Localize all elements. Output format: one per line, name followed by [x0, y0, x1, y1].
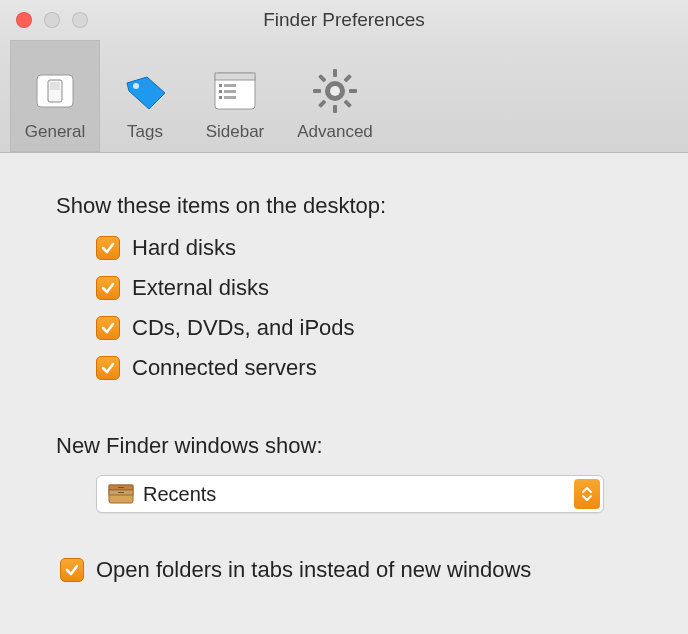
select-stepper-icon	[574, 479, 600, 509]
svg-rect-13	[333, 69, 337, 77]
new-windows-select[interactable]: Recents	[96, 475, 604, 513]
svg-rect-5	[215, 73, 255, 80]
checkbox-row-connected-servers[interactable]: Connected servers	[96, 355, 632, 381]
titlebar: Finder Preferences	[0, 0, 688, 40]
checkbox-label: CDs, DVDs, and iPods	[132, 315, 355, 341]
svg-rect-10	[219, 96, 222, 99]
checkbox-label: Hard disks	[132, 235, 236, 261]
desktop-items-list: Hard disks External disks CDs, DVDs, and…	[56, 235, 632, 381]
tag-icon	[121, 66, 169, 116]
zoom-button[interactable]	[72, 12, 88, 28]
checkbox-row-cds-dvds[interactable]: CDs, DVDs, and iPods	[96, 315, 632, 341]
switch-icon	[31, 66, 79, 116]
svg-rect-9	[224, 90, 236, 93]
close-button[interactable]	[16, 12, 32, 28]
checkbox-label: Open folders in tabs instead of new wind…	[96, 557, 531, 583]
tab-advanced-label: Advanced	[297, 122, 373, 142]
checkbox-label: Connected servers	[132, 355, 317, 381]
svg-rect-17	[343, 74, 351, 82]
new-windows-selected: Recents	[143, 483, 216, 506]
svg-rect-2	[50, 82, 60, 90]
checkbox-row-hard-disks[interactable]: Hard disks	[96, 235, 632, 261]
svg-rect-20	[343, 99, 351, 107]
svg-rect-15	[313, 89, 321, 93]
checkbox-open-in-tabs[interactable]	[60, 558, 84, 582]
checkbox-row-external-disks[interactable]: External disks	[96, 275, 632, 301]
svg-rect-25	[118, 487, 124, 488]
svg-rect-11	[224, 96, 236, 99]
sidebar-icon	[211, 66, 259, 116]
svg-rect-14	[333, 105, 337, 113]
svg-rect-19	[318, 74, 326, 82]
checkbox-row-open-in-tabs[interactable]: Open folders in tabs instead of new wind…	[56, 557, 632, 583]
tab-general[interactable]: General	[10, 40, 100, 152]
svg-rect-7	[224, 84, 236, 87]
tab-advanced[interactable]: Advanced	[280, 40, 390, 152]
desktop-items-heading: Show these items on the desktop:	[56, 193, 632, 219]
gear-icon	[311, 66, 359, 116]
preferences-tabs: General Tags Sidebar	[0, 40, 688, 153]
checkbox-label: External disks	[132, 275, 269, 301]
checkbox-cds-dvds[interactable]	[96, 316, 120, 340]
window-title: Finder Preferences	[0, 9, 688, 31]
svg-rect-8	[219, 90, 222, 93]
svg-rect-16	[349, 89, 357, 93]
tab-general-label: General	[25, 122, 85, 142]
svg-point-3	[133, 83, 139, 89]
tab-tags-label: Tags	[127, 122, 163, 142]
window-controls	[0, 12, 88, 28]
svg-point-21	[330, 86, 340, 96]
svg-rect-26	[118, 492, 124, 493]
minimize-button[interactable]	[44, 12, 60, 28]
drawer-icon	[107, 482, 135, 506]
checkbox-external-disks[interactable]	[96, 276, 120, 300]
tab-tags[interactable]: Tags	[100, 40, 190, 152]
tab-sidebar-label: Sidebar	[206, 122, 265, 142]
general-pane: Show these items on the desktop: Hard di…	[0, 153, 688, 583]
checkbox-connected-servers[interactable]	[96, 356, 120, 380]
svg-rect-18	[318, 99, 326, 107]
new-windows-heading: New Finder windows show:	[56, 433, 632, 459]
checkbox-hard-disks[interactable]	[96, 236, 120, 260]
svg-rect-6	[219, 84, 222, 87]
tab-sidebar[interactable]: Sidebar	[190, 40, 280, 152]
